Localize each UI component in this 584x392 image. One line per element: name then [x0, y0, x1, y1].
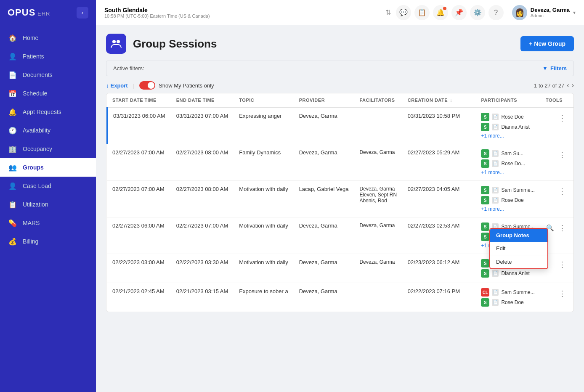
sidebar-item-availability[interactable]: 🕐 Availability	[0, 121, 96, 140]
participant-item: S 📄 Rose Doe	[481, 113, 535, 121]
sidebar-label-mars: MARS	[23, 220, 40, 226]
sidebar-label-documents: Documents	[23, 72, 53, 78]
col-topic: TOPIC	[234, 93, 294, 107]
provider: Deveza, Garma	[294, 107, 355, 144]
sessions-table: START DATE TIME END DATE TIME TOPIC PROV…	[106, 93, 573, 312]
participant-avatar: S	[481, 113, 489, 121]
context-menu-header[interactable]: Group Notes	[490, 229, 547, 242]
page-header: Group Sessions + New Group	[106, 34, 574, 54]
start-date: 02/27/2023 07:00 AM	[107, 181, 171, 217]
sidebar-item-utilization[interactable]: 📋 Utilization	[0, 195, 96, 214]
sidebar-label-utilization: Utilization	[23, 201, 48, 208]
export-button[interactable]: ↓ Export	[106, 82, 128, 89]
more-options-button[interactable]: ⋮	[556, 149, 568, 160]
provider: Deveza, Garma	[294, 144, 355, 181]
sidebar-item-occupancy[interactable]: 🏢 Occupancy	[0, 140, 96, 158]
start-date: 02/21/2023 02:45 AM	[107, 283, 171, 312]
sidebar-label-caseload: Case Load	[23, 183, 51, 189]
end-date: 02/22/2023 03:30 AM	[171, 254, 234, 283]
spacer	[466, 144, 476, 181]
sidebar-item-billing[interactable]: 💰 Billing	[0, 232, 96, 251]
creation-date: 02/27/2023 04:05 AM	[403, 181, 466, 217]
participant-name: Rose Doe	[501, 114, 523, 120]
sidebar-item-mars[interactable]: 💊 MARS	[0, 214, 96, 232]
context-menu: Group Notes Edit Delete	[489, 228, 548, 269]
bell-button[interactable]: 🔔	[433, 5, 448, 20]
provider: Deveza, Garma	[294, 254, 355, 283]
clipboard-button[interactable]: 📋	[414, 5, 430, 20]
facilitators: Deveza, Garma	[354, 217, 402, 254]
user-menu[interactable]: 👩 Deveza, Garma Admin ▾	[512, 5, 576, 20]
facilitators: Deveza, Garma	[354, 254, 402, 283]
more-options-button[interactable]: ⋮	[556, 288, 568, 299]
participant-avatar: S	[481, 159, 489, 168]
table-header: START DATE TIME END DATE TIME TOPIC PROV…	[107, 93, 573, 107]
sidebar-item-patients[interactable]: 👤 Patients	[0, 47, 96, 66]
my-patients-toggle[interactable]	[139, 81, 155, 90]
topic: Motivation with daily	[234, 217, 294, 254]
context-menu-delete[interactable]: Delete	[490, 255, 547, 268]
sidebar-item-home[interactable]: 🏠 Home	[0, 29, 96, 47]
doc-icon: 📄	[492, 150, 499, 157]
chat-button[interactable]: 💬	[396, 5, 411, 20]
creation-date: 02/27/2023 02:53 AM	[403, 217, 466, 254]
utilization-icon: 📋	[8, 200, 17, 209]
swap-icon[interactable]: ⇅	[385, 8, 391, 16]
participant-name: Dianna Anist	[501, 270, 529, 276]
more-options-button[interactable]: ⋮	[556, 113, 568, 124]
billing-icon: 💰	[8, 237, 17, 246]
participant-item: CL 📄 Sam Summe...	[481, 288, 535, 297]
provider: Deveza, Garma	[294, 283, 355, 312]
participants: S 📄 Sam Su... S 📄 Rose Do... +1 more...	[476, 144, 540, 181]
sidebar-item-documents[interactable]: 📄 Documents	[0, 66, 96, 84]
help-button[interactable]: ?	[488, 5, 504, 20]
doc-icon: 📄	[492, 289, 499, 296]
topic: Exposure to sober a	[234, 283, 294, 312]
col-tools: TOOLS	[541, 93, 573, 107]
participant-avatar: S	[481, 186, 489, 194]
more-options-button[interactable]: ⋮	[556, 222, 568, 233]
sidebar: OPUS EHR ‹ 🏠 Home 👤 Patients 📄 Documents…	[0, 0, 96, 392]
topic: Motivation with daily	[234, 254, 294, 283]
more-participants-link[interactable]: +1 more...	[481, 206, 535, 212]
table-row: 02/27/2023 07:00 AM 02/27/2023 08:00 AM …	[107, 181, 573, 217]
tools: ⋮	[541, 283, 573, 312]
user-info: Deveza, Garma Admin	[531, 7, 570, 18]
more-options-button[interactable]: ⋮	[556, 186, 568, 197]
end-date: 02/27/2023 08:00 AM	[171, 144, 234, 181]
sidebar-item-case-load[interactable]: 👤 Case Load	[0, 177, 96, 195]
participant-avatar: S	[481, 149, 489, 158]
participant-avatar: S	[481, 196, 489, 204]
more-participants-link[interactable]: +1 more...	[481, 170, 535, 175]
provider: Lacap, Gabriel Vega	[294, 181, 355, 217]
next-page-button[interactable]: ›	[572, 82, 574, 89]
filters-button[interactable]: ▼ Filters	[542, 65, 567, 72]
table-wrap: START DATE TIME END DATE TIME TOPIC PROV…	[106, 93, 574, 312]
back-button[interactable]: ‹	[77, 7, 88, 19]
export-icon: ↓	[106, 82, 109, 89]
location-name: South Glendale	[104, 7, 380, 13]
end-date: 02/27/2023 08:00 AM	[171, 181, 234, 217]
participant-name: Sam Summe...	[501, 289, 534, 295]
participant-item: S 📄 Dianna Anist	[481, 123, 535, 131]
sidebar-label-occupancy: Occupancy	[23, 146, 52, 152]
more-options-button[interactable]: ⋮	[556, 259, 568, 270]
end-date: 03/31/2023 07:00 AM	[171, 107, 234, 144]
participant-avatar: S	[481, 298, 489, 307]
participant-name: Dianna Anist	[501, 124, 529, 130]
context-menu-edit[interactable]: Edit	[490, 242, 547, 255]
prev-page-button[interactable]: ‹	[567, 82, 569, 89]
facilitators	[354, 283, 402, 312]
sidebar-label-home: Home	[23, 34, 38, 41]
task-button[interactable]: 📌	[451, 5, 467, 20]
sidebar-item-groups[interactable]: 👥 Groups	[0, 158, 96, 177]
new-group-button[interactable]: + New Group	[520, 36, 574, 51]
topic: Expressing anger	[234, 107, 294, 144]
settings-button[interactable]: ⚙️	[470, 5, 485, 20]
more-participants-link[interactable]: +1 more...	[481, 133, 535, 139]
spacer	[466, 254, 476, 283]
participant-item: S 📄 Dianna Anist	[481, 269, 535, 278]
sidebar-item-schedule[interactable]: 📅 Schedule	[0, 84, 96, 103]
participant-avatar: S	[481, 259, 489, 268]
sidebar-item-appt-requests[interactable]: 🔔 Appt Requests	[0, 103, 96, 121]
